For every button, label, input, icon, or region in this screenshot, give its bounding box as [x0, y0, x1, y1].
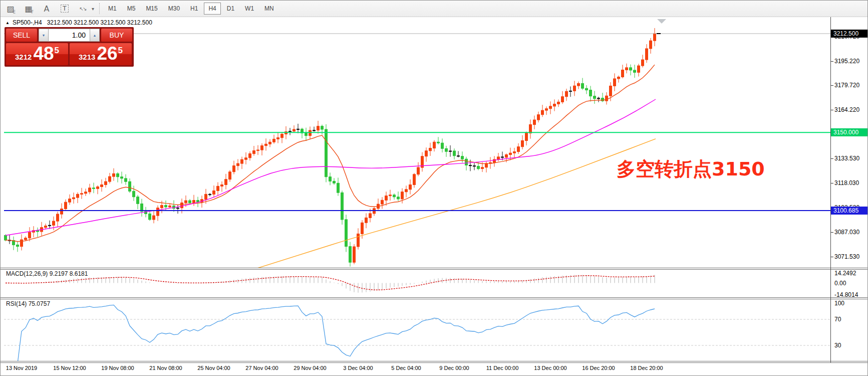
- indicator-draw-icon[interactable]: ▨E: [4, 3, 18, 15]
- time-axis-label: 25 Nov 04:00: [197, 365, 230, 371]
- price-tick-label: 3118.030: [834, 179, 859, 186]
- time-axis-label: 13 Dec 00:00: [534, 365, 566, 371]
- current-price-badge: 3212.500: [831, 30, 868, 38]
- sell-button[interactable]: SELL: [6, 29, 37, 42]
- buy-price-handle: 3213: [79, 53, 95, 61]
- time-axis-label: 13 Nov 2019: [6, 365, 37, 371]
- timeframe-button-m5[interactable]: M5: [123, 3, 140, 15]
- panel-separator[interactable]: [1, 362, 868, 363]
- panel-separator[interactable]: [1, 269, 868, 270]
- sell-price-handle: 3212: [15, 53, 32, 61]
- sell-price-display[interactable]: 3212 48 5: [6, 43, 68, 65]
- panel-separator[interactable]: [1, 268, 868, 268]
- rsi-axis-label: 100: [834, 300, 844, 307]
- time-axis-label: 11 Dec 00:00: [486, 365, 519, 371]
- timeframe-button-mn[interactable]: MN: [260, 3, 278, 15]
- macd-axis-label: 14.2492: [834, 270, 856, 277]
- macd-main-value: 9.2197: [50, 270, 68, 277]
- chart-annotation: 多空转折点3150: [617, 156, 765, 182]
- time-axis-label: 18 Dec 20:00: [630, 365, 663, 371]
- timeframe-button-h1[interactable]: H1: [186, 3, 202, 15]
- collapse-triangle-icon[interactable]: ▲: [6, 21, 10, 25]
- price-tick-label: 3164.220: [834, 106, 859, 113]
- time-axis-label: 19 Nov 08:00: [101, 365, 134, 371]
- price-axis-line: [830, 17, 831, 362]
- time-axis-label: 15 Nov 12:00: [53, 365, 86, 371]
- macd-axis-label: 0.00: [834, 280, 846, 287]
- price-tick-label: 3195.220: [834, 58, 859, 65]
- rsi-value: 75.0757: [29, 300, 50, 307]
- text-frame-icon[interactable]: T: [58, 3, 72, 15]
- time-axis-label: 5 Dec 04:00: [391, 365, 421, 371]
- timeframe-toolbar: M1M5M15M30H1H4D1W1MN: [104, 3, 278, 15]
- text-label-icon[interactable]: A: [40, 3, 54, 15]
- buy-price-fraction: 5: [118, 46, 123, 56]
- volume-input[interactable]: [49, 29, 90, 42]
- buy-button[interactable]: BUY: [101, 29, 132, 42]
- time-axis-label: 16 Dec 20:00: [582, 365, 615, 371]
- buy-price-display[interactable]: 3213 26 5: [70, 43, 132, 65]
- volume-decrease-button[interactable]: ▼: [39, 29, 49, 42]
- panel-separator[interactable]: [1, 297, 868, 298]
- mt4-terminal-window: ▨E▦FAT↖↘▾ M1M5M15M30H1H4D1W1MN ▲SP500-,H…: [0, 0, 868, 376]
- macd-label: MACD(12,26,9) 9.2197 8.6181: [6, 270, 88, 277]
- tool-dropdown-caret-icon[interactable]: ▾: [92, 6, 94, 12]
- symbol-timeframe-label: SP500-,H4: [13, 19, 42, 26]
- ohlc-values: 3212.500 3212.500 3212.500 3212.500: [47, 19, 152, 26]
- buy-price-pips: 26: [97, 44, 117, 64]
- chart-window: ▲SP500-,H43212.500 3212.500 3212.500 321…: [1, 17, 868, 376]
- time-axis-label: 27 Nov 04:00: [245, 365, 278, 371]
- macd-indicator-panel[interactable]: [4, 269, 831, 297]
- time-axis-label: 21 Nov 08:00: [149, 365, 182, 371]
- arrows-tool-icon[interactable]: ↖↘: [76, 3, 90, 15]
- sell-price-pips: 48: [33, 44, 54, 64]
- price-tick-label: 3071.530: [834, 253, 859, 260]
- timeframe-button-w1[interactable]: W1: [240, 3, 258, 15]
- chart-shift-marker-icon[interactable]: [657, 19, 666, 24]
- price-tick-label: 3179.720: [834, 82, 859, 89]
- panel-separator[interactable]: [1, 299, 868, 299]
- rsi-indicator-panel[interactable]: [4, 299, 831, 361]
- timeframe-button-m15[interactable]: M15: [141, 3, 162, 15]
- chart-title: ▲SP500-,H43212.500 3212.500 3212.500 321…: [6, 19, 152, 26]
- level-price-badge: 3150.000: [831, 128, 868, 136]
- level-price-badge: 3100.685: [831, 207, 868, 215]
- timeframe-button-m30[interactable]: M30: [164, 3, 184, 15]
- volume-control: ▼ ▲: [39, 29, 100, 42]
- panel-separator[interactable]: [1, 361, 868, 361]
- price-tick-label: 3087.030: [834, 229, 859, 236]
- drawing-tools-group: ▨E▦FAT↖↘▾: [4, 3, 94, 15]
- volume-increase-button[interactable]: ▲: [90, 29, 100, 42]
- rsi-axis-label: 70: [834, 316, 841, 323]
- price-tick-label: 3133.530: [834, 155, 859, 162]
- toolbar-separator: [99, 3, 100, 14]
- one-click-trading-panel: SELL ▼ ▲ BUY 3212 48 5 3213 26 5: [5, 27, 134, 67]
- time-axis-label: 29 Nov 04:00: [294, 365, 326, 371]
- time-axis-label: 9 Dec 00:00: [439, 365, 469, 371]
- sell-price-fraction: 5: [55, 46, 59, 56]
- timeframe-button-h4[interactable]: H4: [204, 3, 220, 15]
- grid-pattern-icon[interactable]: ▦F: [22, 3, 36, 15]
- timeframe-button-d1[interactable]: D1: [222, 3, 239, 15]
- rsi-label: RSI(14) 75.0757: [6, 300, 50, 307]
- time-axis-label: 3 Dec 04:00: [343, 365, 373, 371]
- macd-signal-value: 8.6181: [70, 270, 88, 277]
- timeframe-button-m1[interactable]: M1: [104, 3, 121, 15]
- rsi-axis-label: 30: [834, 342, 841, 349]
- toolbar: ▨E▦FAT↖↘▾ M1M5M15M30H1H4D1W1MN: [1, 1, 867, 17]
